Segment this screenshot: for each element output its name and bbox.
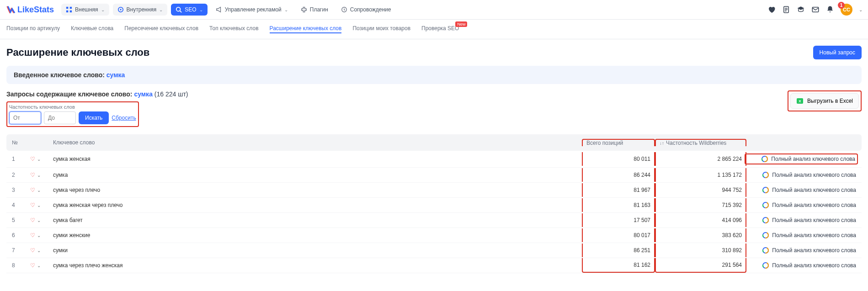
nav-plugin[interactable]: Плагин bbox=[296, 4, 333, 16]
page-title: Расширение ключевых слов bbox=[6, 47, 149, 58]
subnav-top[interactable]: Топ ключевых слов bbox=[209, 25, 258, 33]
reset-link[interactable]: Сбросить bbox=[112, 115, 136, 121]
subnav-keywords[interactable]: Ключевые слова bbox=[71, 25, 113, 33]
nav-seo[interactable]: SEO⌄ bbox=[171, 4, 207, 16]
table-row: 7♡⌄сумки86 251310 892Полный анализ ключе… bbox=[6, 243, 862, 258]
keyword-cell[interactable]: сумка багет bbox=[53, 217, 582, 223]
heart-icon: ♡ bbox=[30, 232, 35, 238]
favorite-toggle[interactable]: ♡⌄ bbox=[30, 262, 53, 269]
positions-cell: 86 251 bbox=[582, 243, 655, 257]
keyword-cell[interactable]: сумка женская bbox=[53, 156, 582, 162]
favorites-icon[interactable] bbox=[767, 5, 776, 14]
favorite-toggle[interactable]: ♡⌄ bbox=[30, 187, 53, 193]
table-row: 4♡⌄сумка женская через плечо81 163715 39… bbox=[6, 198, 862, 213]
heart-icon: ♡ bbox=[30, 187, 35, 193]
svg-rect-2 bbox=[66, 11, 68, 12]
subnav-positions[interactable]: Позиции по артикулу bbox=[6, 25, 60, 33]
frequency-cell: 2 865 224 bbox=[655, 152, 746, 166]
frequency-cell: 715 392 bbox=[655, 198, 746, 212]
mail-icon[interactable] bbox=[811, 5, 820, 14]
full-analysis-link[interactable]: Полный анализ ключевого слова bbox=[746, 262, 856, 269]
keyword-cell[interactable]: сумка bbox=[53, 172, 582, 178]
chevron-down-icon[interactable]: ⌄ bbox=[859, 7, 863, 12]
sort-icon: ↓↑ bbox=[660, 141, 664, 146]
subnav-seocheck[interactable]: Проверка SEO New bbox=[421, 25, 459, 33]
queries-keyword[interactable]: сумка bbox=[134, 90, 153, 98]
chevron-down-icon: ⌄ bbox=[101, 7, 105, 12]
frequency-cell: 383 620 bbox=[655, 228, 746, 242]
full-analysis-link[interactable]: Полный анализ ключевого слова bbox=[746, 201, 856, 209]
favorite-toggle[interactable]: ♡⌄ bbox=[30, 232, 53, 238]
new-query-button[interactable]: Новый запрос bbox=[813, 46, 862, 59]
favorite-toggle[interactable]: ♡⌄ bbox=[30, 202, 53, 208]
nav-support[interactable]: Сопровождение bbox=[336, 4, 396, 16]
table-row: 5♡⌄сумка багет17 507414 096Полный анализ… bbox=[6, 213, 862, 228]
keyword-cell[interactable]: сумки bbox=[53, 247, 582, 254]
nav-internal[interactable]: Внутренняя⌄ bbox=[113, 4, 168, 16]
avatar[interactable]: 1 CC bbox=[841, 4, 852, 16]
keyword-cell[interactable]: сумка через плечо bbox=[53, 187, 582, 193]
row-num: 8 bbox=[12, 262, 30, 269]
heart-icon: ♡ bbox=[30, 217, 35, 223]
nav-external[interactable]: Внешняя⌄ bbox=[61, 4, 109, 16]
favorite-toggle[interactable]: ♡⌄ bbox=[30, 156, 53, 162]
document-icon[interactable] bbox=[782, 5, 790, 14]
logo[interactable]: LikeStats bbox=[5, 5, 54, 15]
chevron-down-icon: ⌄ bbox=[37, 233, 41, 238]
full-analysis-link[interactable]: Полный анализ ключевого слова bbox=[746, 232, 856, 239]
freq-from-input[interactable] bbox=[9, 111, 41, 124]
full-analysis-link[interactable]: Полный анализ ключевого слова bbox=[746, 217, 856, 224]
table-row: 1♡⌄сумка женская80 0112 865 224Полный ан… bbox=[6, 151, 862, 168]
education-icon[interactable] bbox=[797, 5, 805, 14]
row-num: 4 bbox=[12, 202, 30, 208]
favorite-toggle[interactable]: ♡⌄ bbox=[30, 217, 53, 223]
bell-icon[interactable] bbox=[826, 5, 834, 14]
positions-cell: 86 244 bbox=[582, 168, 655, 182]
row-num: 7 bbox=[12, 247, 30, 254]
avatar-badge: 1 bbox=[838, 2, 845, 9]
frequency-cell: 291 564 bbox=[655, 258, 746, 273]
frequency-cell: 310 892 bbox=[655, 243, 746, 257]
keyword-cell[interactable]: сумка женская через плечо bbox=[53, 202, 582, 208]
table-row: 8♡⌄сумка через плечо женская81 162291 56… bbox=[6, 258, 862, 273]
subnav-myproducts[interactable]: Позиции моих товаров bbox=[352, 25, 410, 33]
keyword-link[interactable]: сумка bbox=[107, 71, 125, 79]
filter-label: Частотность ключевых слов bbox=[9, 104, 136, 110]
row-num: 3 bbox=[12, 187, 30, 193]
col-keyword[interactable]: Ключевое слово bbox=[53, 139, 582, 146]
full-analysis-link[interactable]: Полный анализ ключевого слова bbox=[746, 186, 856, 194]
full-analysis-link[interactable]: Полный анализ ключевого слова bbox=[747, 155, 855, 163]
favorite-toggle[interactable]: ♡⌄ bbox=[30, 247, 53, 254]
svg-point-6 bbox=[176, 7, 181, 11]
chevron-down-icon: ⌄ bbox=[199, 7, 203, 12]
chevron-down-icon: ⌄ bbox=[37, 263, 41, 268]
support-icon bbox=[341, 6, 347, 13]
chevron-down-icon: ⌄ bbox=[37, 173, 41, 178]
search-button[interactable]: Искать bbox=[79, 111, 109, 124]
keyword-cell[interactable]: сумка через плечо женская bbox=[53, 262, 582, 269]
positions-cell: 80 011 bbox=[582, 152, 655, 166]
keyword-banner: Введенное ключевое слово: сумка bbox=[6, 66, 862, 84]
heart-icon: ♡ bbox=[30, 262, 35, 269]
favorite-toggle[interactable]: ♡⌄ bbox=[30, 172, 53, 178]
keyword-cell[interactable]: сумки женские bbox=[53, 232, 582, 238]
col-positions[interactable]: Всего позиций bbox=[582, 139, 655, 146]
full-analysis-link[interactable]: Полный анализ ключевого слова bbox=[746, 247, 856, 254]
chevron-down-icon: ⌄ bbox=[37, 157, 41, 162]
freq-to-input[interactable] bbox=[44, 111, 76, 124]
chevron-down-icon: ⌄ bbox=[37, 203, 41, 208]
seo-icon bbox=[176, 6, 182, 13]
export-panel: X Выгрузить в Excel bbox=[788, 90, 862, 111]
frequency-cell: 944 752 bbox=[655, 183, 746, 197]
nav-ads[interactable]: Управление рекламой⌄ bbox=[211, 4, 293, 16]
subnav-intersection[interactable]: Пересечение ключевых слов bbox=[124, 25, 198, 33]
queries-title: Запросы содержащие ключевое слово: сумка… bbox=[6, 90, 188, 98]
export-excel-button[interactable]: X Выгрузить в Excel bbox=[790, 93, 859, 109]
row-num: 6 bbox=[12, 232, 30, 238]
full-analysis-link[interactable]: Полный анализ ключевого слова bbox=[746, 171, 856, 179]
svg-text:X: X bbox=[799, 99, 801, 103]
subnav-expansion[interactable]: Расширение ключевых слов bbox=[270, 25, 342, 33]
col-frequency[interactable]: ↓↑Частотность Wildberries bbox=[655, 139, 746, 146]
chevron-down-icon: ⌄ bbox=[37, 248, 41, 253]
frequency-cell: 414 096 bbox=[655, 213, 746, 227]
